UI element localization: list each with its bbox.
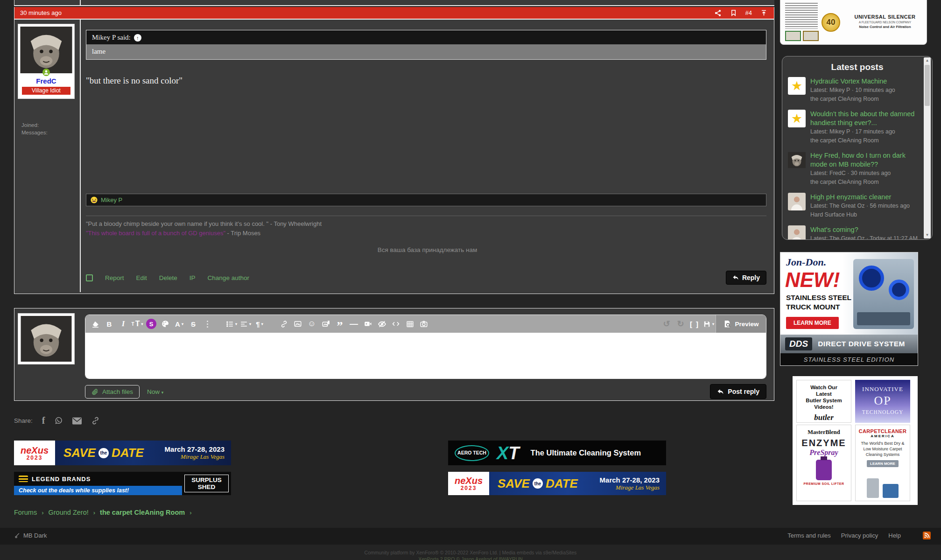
bookmark-icon[interactable] bbox=[730, 9, 737, 16]
share-row: Share: f bbox=[14, 415, 100, 426]
breadcrumb-current-forum[interactable]: the carpet CleAning Room bbox=[100, 509, 185, 516]
facebook-icon[interactable]: f bbox=[42, 415, 45, 426]
thread-link[interactable]: What's coming? bbox=[810, 225, 918, 234]
paperclip-icon bbox=[91, 388, 98, 395]
camera-icon[interactable] bbox=[417, 317, 431, 331]
undo-icon[interactable]: ↺ bbox=[660, 317, 674, 331]
ad-masterblend-enzyme[interactable]: MasterBlend ENZYME PreSpray PREMIUM SOIL… bbox=[796, 425, 851, 501]
attach-files-button[interactable]: Attach files bbox=[85, 385, 140, 399]
reply-button[interactable]: Reply bbox=[726, 271, 766, 285]
ad-butler-videos[interactable]: Watch Our Latest Butler System Videos! b… bbox=[796, 380, 851, 423]
select-post-checkbox[interactable] bbox=[86, 274, 93, 281]
learn-more-button[interactable]: LEARN MORE bbox=[786, 317, 839, 329]
bb-code-icon[interactable]: [ ] bbox=[688, 317, 702, 331]
post-4: 30 minutes ago #4 FredC Village Idiot bbox=[14, 7, 774, 294]
list-icon[interactable]: ▾ bbox=[225, 317, 239, 331]
insert-quote-icon[interactable]: ” bbox=[333, 317, 347, 331]
insert-table-icon[interactable] bbox=[403, 317, 417, 331]
reaction-user[interactable]: Mikey P bbox=[101, 196, 122, 203]
ad-nexus-save-the-date-2[interactable]: neXus2023 SAVEtheDATE March 27-28, 2023M… bbox=[448, 472, 666, 495]
thread-link[interactable]: High pH enyzmatic cleaner bbox=[810, 193, 910, 202]
ad-legend-brands-surplus-shed[interactable]: LEGEND BRANDS Check out the deals while … bbox=[14, 472, 231, 495]
ad-universal-silencer[interactable]: 40 UNIVERSAL SILENCER A FLEETGUARD NELSO… bbox=[780, 0, 927, 45]
ad-jondon-truck-mount[interactable]: Jon-Don. NEW! STAINLESS STEEL TRUCK MOUN… bbox=[780, 252, 918, 366]
post-author-panel: FredC Village Idiot Joined: Messages: bbox=[14, 20, 80, 292]
pin-top-icon[interactable] bbox=[760, 9, 767, 16]
author-stats: Joined: Messages: bbox=[21, 121, 48, 136]
author-name[interactable]: FredC bbox=[20, 77, 72, 85]
quote-block[interactable]: Mikey P said: ↑ lame bbox=[86, 30, 766, 60]
scroll-up-icon[interactable]: ▲ bbox=[924, 57, 931, 64]
share-icon[interactable] bbox=[714, 9, 722, 17]
more-options-icon[interactable] bbox=[200, 317, 214, 331]
paragraph-format-icon[interactable]: ¶▾ bbox=[253, 317, 267, 331]
post-message: "but there is no sand color" bbox=[86, 76, 183, 86]
editor-input[interactable] bbox=[85, 333, 766, 378]
post-reply-button[interactable]: Post reply bbox=[710, 384, 766, 399]
laugh-reaction-icon bbox=[91, 196, 98, 203]
insert-media-icon[interactable] bbox=[319, 317, 333, 331]
user-avatar bbox=[788, 225, 806, 240]
ad-aerotech-xt[interactable]: AERO TECH XT The Ultimate Cleaning Syste… bbox=[448, 441, 666, 465]
schedule-dropdown[interactable]: Now ▾ bbox=[147, 388, 163, 395]
post-header: 30 minutes ago #4 bbox=[14, 7, 774, 20]
redo-icon[interactable]: ↻ bbox=[674, 317, 688, 331]
edit-link[interactable]: Edit bbox=[136, 274, 147, 281]
ad-innovative-op-technology[interactable]: INNOVATIVE OP TECHNOLOGY bbox=[855, 380, 910, 423]
spoiler-icon[interactable] bbox=[375, 317, 389, 331]
learn-more-button[interactable]: LEARN MORE bbox=[867, 460, 899, 467]
latest-posts-title: Latest posts bbox=[782, 62, 932, 72]
latest-posts-scrollbar[interactable]: ▲ ▼ bbox=[924, 57, 931, 238]
insert-link-icon[interactable] bbox=[277, 317, 291, 331]
link-icon[interactable] bbox=[91, 416, 100, 425]
ip-link[interactable]: IP bbox=[190, 274, 196, 281]
whatsapp-icon[interactable] bbox=[54, 416, 63, 425]
change-author-link[interactable]: Change author bbox=[208, 274, 249, 281]
scroll-down-icon[interactable]: ▼ bbox=[924, 232, 931, 238]
thread-link[interactable]: Hey Fred, how do I turn on dark mode on … bbox=[810, 151, 920, 169]
post-timestamp[interactable]: 30 minutes ago bbox=[20, 9, 62, 16]
signature-line-2: "This whole board is full of a bunch of … bbox=[86, 229, 766, 238]
preview-icon bbox=[723, 320, 731, 328]
report-link[interactable]: Report bbox=[105, 274, 124, 281]
ad-nexus-save-the-date-1[interactable]: neXus2023 SAVEtheDATE March 27-28, 2023M… bbox=[14, 441, 231, 465]
italic-icon[interactable]: I bbox=[116, 317, 130, 331]
bold-icon[interactable]: B bbox=[102, 317, 116, 331]
latest-post-item: Hey Fred, how do I turn on dark mode on … bbox=[788, 151, 920, 187]
author-card: FredC Village Idiot bbox=[18, 24, 75, 99]
post-number-link[interactable]: #4 bbox=[745, 9, 752, 16]
delete-link[interactable]: Delete bbox=[159, 274, 177, 281]
current-user-avatar[interactable] bbox=[20, 316, 72, 362]
font-family-icon[interactable]: A▾ bbox=[172, 317, 186, 331]
remove-format-icon[interactable] bbox=[88, 317, 102, 331]
cleaning-machines-image bbox=[862, 477, 903, 498]
text-size-icon[interactable]: TT▾ bbox=[130, 317, 144, 331]
author-avatar[interactable] bbox=[20, 27, 72, 73]
reply-icon bbox=[717, 388, 724, 395]
ad-carpet-cleaner-america[interactable]: CARPETCLEANER AMERICA The World's Best D… bbox=[855, 425, 910, 501]
insert-image-icon[interactable] bbox=[291, 317, 305, 331]
signature-line-1: "Put a bloody chimp beside your own name… bbox=[86, 219, 766, 229]
reactions-bar[interactable]: Mikey P bbox=[86, 194, 766, 206]
code-icon[interactable] bbox=[389, 317, 403, 331]
style-chooser[interactable]: MB Dark bbox=[14, 532, 47, 539]
signature-link[interactable]: "This whole board is full of a bunch of … bbox=[86, 230, 225, 237]
scrollbar-thumb[interactable] bbox=[925, 65, 930, 106]
go-to-quoted-post-icon[interactable]: ↑ bbox=[134, 34, 141, 42]
media-embed-icon[interactable] bbox=[361, 317, 375, 331]
email-icon[interactable] bbox=[72, 417, 82, 425]
alignment-icon[interactable]: ▾ bbox=[239, 317, 253, 331]
thread-link[interactable]: Hydraulic Vortex Machine bbox=[810, 77, 895, 86]
thread-link[interactable]: Wouldn't this be about the damned handie… bbox=[810, 110, 920, 127]
preview-button[interactable]: Preview bbox=[716, 315, 766, 333]
horizontal-rule-icon[interactable]: — bbox=[347, 317, 361, 331]
insert-emoji-icon[interactable]: ☺ bbox=[305, 317, 319, 331]
current-user-avatar-card bbox=[18, 313, 75, 364]
special-style-icon[interactable]: S bbox=[144, 317, 158, 331]
drafts-icon[interactable]: ▾ bbox=[702, 317, 716, 331]
strikethrough-icon[interactable]: S bbox=[186, 317, 200, 331]
breadcrumb-ground-zero[interactable]: Ground Zero! bbox=[49, 509, 89, 516]
text-color-icon[interactable] bbox=[158, 317, 172, 331]
breadcrumb-forums[interactable]: Forums bbox=[14, 509, 37, 516]
butler-logo: butler bbox=[814, 413, 834, 423]
